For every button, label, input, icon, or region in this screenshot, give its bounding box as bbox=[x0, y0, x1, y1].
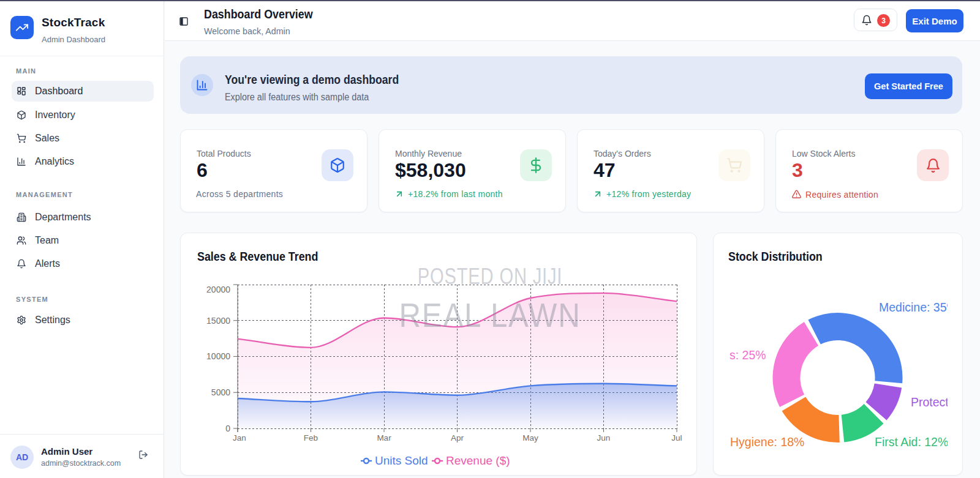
svg-text:Mar: Mar bbox=[377, 433, 391, 443]
svg-text:May: May bbox=[522, 433, 538, 443]
svg-text:0: 0 bbox=[225, 424, 230, 433]
svg-text:Jan: Jan bbox=[233, 433, 246, 443]
svg-text:Apr: Apr bbox=[451, 433, 464, 443]
svg-text:10000: 10000 bbox=[206, 351, 230, 361]
svg-text:20000: 20000 bbox=[206, 285, 230, 294]
svg-text:Feb: Feb bbox=[304, 433, 318, 443]
svg-text:Jul: Jul bbox=[671, 433, 682, 443]
svg-text:15000: 15000 bbox=[206, 316, 230, 326]
svg-text:5000: 5000 bbox=[211, 387, 230, 397]
svg-text:Jun: Jun bbox=[597, 433, 611, 443]
